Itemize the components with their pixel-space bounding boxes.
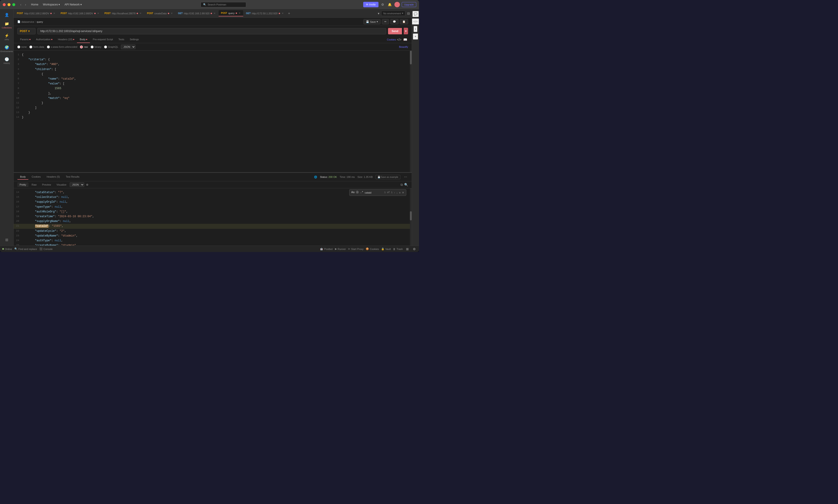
sidebar-item-environments[interactable]: 🌍 Environments bbox=[1, 43, 13, 54]
code-icon[interactable]: </> bbox=[396, 37, 403, 42]
body-urlencoded[interactable]: x-www-form-urlencoded bbox=[47, 46, 78, 49]
sidebar-item-account[interactable]: 👤 bbox=[1, 11, 13, 19]
resp-json-format-select[interactable]: JSON bbox=[70, 182, 84, 187]
cookies-btn[interactable]: 🍪 Cookies bbox=[366, 248, 379, 250]
sidebar-item-extensions[interactable]: ⊞ bbox=[1, 236, 13, 244]
resp-sub-raw[interactable]: Raw bbox=[29, 182, 39, 187]
search-response-button[interactable]: 🔍 bbox=[404, 183, 408, 187]
tab-close[interactable]: ✕ bbox=[53, 12, 55, 15]
code-panel-icon[interactable]: </> bbox=[412, 18, 419, 24]
send-dropdown[interactable]: ▾ bbox=[404, 28, 408, 34]
tab-5[interactable]: GET http://192.168.2.88:920 ✕ bbox=[176, 11, 218, 16]
tab-2[interactable]: POST http://192.168.2.88/DV ✕ bbox=[58, 11, 102, 16]
comment-panel-icon[interactable]: 💬 bbox=[412, 11, 419, 17]
start-proxy-btn[interactable]: ⊳ Start Proxy bbox=[348, 248, 363, 250]
response-scrollbar-thumb[interactable] bbox=[410, 211, 412, 220]
tab-tests[interactable]: Tests bbox=[116, 36, 127, 43]
save-button[interactable]: 💾 Save ▾ bbox=[363, 19, 380, 24]
info-panel-icon[interactable]: ℹ bbox=[413, 26, 417, 32]
resp-sub-preview[interactable]: Preview bbox=[40, 182, 53, 187]
tab-6-active[interactable]: POST query ✕ bbox=[219, 10, 243, 16]
editor-scrollbar[interactable] bbox=[410, 51, 412, 172]
grid-icon[interactable]: ⊞ bbox=[405, 246, 410, 252]
request-body-editor[interactable]: 1 { 2 "criteria": { 3 "match": "AND", 4 bbox=[14, 51, 412, 172]
resp-tab-body[interactable]: Body bbox=[17, 174, 29, 180]
magic-panel-icon[interactable]: ✦ bbox=[413, 33, 418, 40]
tab-headers[interactable]: Headers (10) bbox=[55, 36, 77, 43]
doc-button[interactable]: 📋 bbox=[400, 19, 408, 24]
new-tab-button[interactable]: + bbox=[287, 11, 291, 16]
doc-panel-icon[interactable]: 📖 bbox=[403, 37, 408, 42]
environment-selector[interactable]: No environment ▾ bbox=[381, 11, 405, 16]
tab-params[interactable]: Params bbox=[17, 36, 33, 43]
search-next-button[interactable]: ↓ bbox=[396, 191, 398, 194]
response-search-input[interactable] bbox=[365, 191, 383, 194]
layout-icon[interactable]: ⊟ bbox=[406, 11, 411, 16]
tab-1[interactable]: POST http://192.168.2.88/DV ✕ bbox=[15, 11, 58, 16]
resp-tab-headers[interactable]: Headers (5) bbox=[44, 174, 63, 180]
json-format-select[interactable]: JSON bbox=[121, 44, 136, 49]
tab-close[interactable]: ✕ bbox=[139, 12, 142, 15]
notification-icon[interactable]: 🔔 bbox=[387, 2, 393, 7]
method-select[interactable]: POST ▾ bbox=[17, 28, 35, 34]
sidebar-item-apis[interactable]: ⚡ APIs bbox=[1, 32, 13, 42]
editor-scrollbar-thumb[interactable] bbox=[410, 51, 412, 65]
tab-pre-request[interactable]: Pre-request Script bbox=[90, 36, 116, 43]
maximize-button[interactable] bbox=[12, 3, 15, 6]
tab-3[interactable]: POST http://localhost:28078 ✕ bbox=[102, 11, 144, 16]
postbot-btn[interactable]: 🤖 Postbot bbox=[320, 248, 332, 250]
sidebar-item-collections[interactable]: 📁 Collections bbox=[1, 20, 13, 31]
response-more-icon[interactable]: ⋯ bbox=[403, 174, 408, 180]
search-prev-button[interactable]: ↑ bbox=[394, 191, 395, 194]
more-icon[interactable]: ⚙ bbox=[412, 246, 417, 252]
tab-close[interactable]: ✕ bbox=[281, 12, 284, 15]
body-form-data[interactable]: form-data bbox=[29, 46, 44, 49]
save-example-button[interactable]: 💾 Save as example bbox=[376, 175, 400, 179]
tab-close[interactable]: ✕ bbox=[213, 12, 216, 15]
copy-response-button[interactable]: ⧉ bbox=[400, 183, 403, 187]
resp-tab-cookies[interactable]: Cookies bbox=[29, 174, 44, 180]
back-button[interactable]: ‹ bbox=[19, 2, 23, 7]
search-list-button[interactable]: ≡ bbox=[399, 191, 400, 194]
trash-btn[interactable]: 🗑 Trash bbox=[393, 248, 403, 250]
filter-icon[interactable]: ⊜ bbox=[85, 182, 89, 187]
match-case-icon[interactable]: Ⓐ bbox=[356, 191, 359, 195]
runner-btn[interactable]: ▶ Runner bbox=[335, 248, 346, 250]
tab-close[interactable]: ✕ bbox=[170, 12, 173, 15]
body-graphql[interactable]: GraphQL bbox=[104, 46, 118, 49]
vault-btn[interactable]: 🔒 Vault bbox=[381, 248, 391, 250]
edit-button[interactable]: ✏ bbox=[382, 19, 389, 24]
upgrade-button[interactable]: Upgrade bbox=[402, 2, 416, 7]
api-network-menu[interactable]: API Network ▾ bbox=[63, 2, 84, 7]
search-bar[interactable]: 🔍 Search Postman bbox=[201, 2, 246, 7]
send-button[interactable]: Send bbox=[388, 28, 402, 34]
tab-close[interactable]: ✕ bbox=[238, 12, 241, 15]
tab-settings[interactable]: Settings bbox=[127, 36, 142, 43]
settings-icon[interactable]: ⚙ bbox=[380, 2, 385, 7]
close-button[interactable] bbox=[3, 3, 6, 6]
find-replace-btn[interactable]: 🔍 Find and replace bbox=[14, 248, 37, 250]
tab-7[interactable]: GET http://172.50.1.202:920 ✕ bbox=[244, 11, 286, 16]
body-raw[interactable]: raw bbox=[80, 46, 88, 49]
comment-button[interactable]: 💬 bbox=[390, 19, 398, 24]
beautify-button[interactable]: Beautify bbox=[399, 46, 408, 48]
url-input[interactable] bbox=[37, 28, 386, 34]
tab-body[interactable]: Body bbox=[77, 36, 90, 43]
sidebar-item-history[interactable]: 🕐 History bbox=[1, 55, 13, 66]
invite-button[interactable]: ✉ Invite bbox=[363, 2, 378, 7]
avatar[interactable] bbox=[394, 2, 400, 7]
tab-4[interactable]: POST createData ✕ bbox=[144, 11, 175, 16]
body-none[interactable]: none bbox=[17, 46, 27, 49]
console-btn[interactable]: ⬛ Console bbox=[39, 248, 53, 250]
home-link[interactable]: Home bbox=[29, 2, 40, 7]
resp-sub-visualize[interactable]: Visualize bbox=[54, 182, 69, 187]
response-scrollbar[interactable] bbox=[410, 188, 412, 246]
cookies-link[interactable]: Cookies bbox=[387, 38, 396, 41]
regex-icon[interactable]: .* bbox=[360, 191, 363, 195]
resp-sub-pretty[interactable]: Pretty bbox=[17, 182, 29, 187]
forward-button[interactable]: › bbox=[24, 2, 28, 7]
minimize-button[interactable] bbox=[7, 3, 11, 6]
online-status[interactable]: Online bbox=[2, 248, 12, 250]
tab-authorization[interactable]: Authorization bbox=[33, 36, 55, 43]
body-binary[interactable]: binary bbox=[91, 46, 101, 49]
